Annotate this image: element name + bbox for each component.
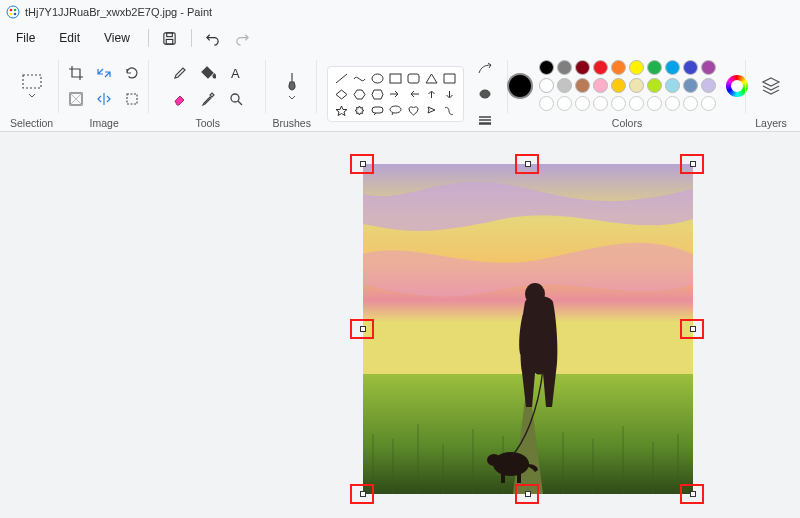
- svg-rect-8: [23, 75, 41, 88]
- group-image: Image: [59, 52, 149, 131]
- custom-color-slot[interactable]: [539, 96, 554, 111]
- color-swatch[interactable]: [593, 78, 608, 93]
- magnifier-tool[interactable]: [223, 87, 249, 111]
- group-label-image: Image: [90, 117, 119, 129]
- selection-tool[interactable]: [13, 60, 51, 112]
- annotation-box: [350, 154, 374, 174]
- annotation-box: [515, 154, 539, 174]
- canvas-image[interactable]: [363, 164, 693, 494]
- svg-rect-14: [390, 74, 401, 83]
- svg-point-2: [14, 9, 17, 12]
- window-title-sep: -: [177, 6, 187, 18]
- custom-color-slot[interactable]: [701, 96, 716, 111]
- custom-color-slot[interactable]: [575, 96, 590, 111]
- svg-point-3: [10, 13, 13, 16]
- color-picker-tool[interactable]: [195, 87, 221, 111]
- color-swatch[interactable]: [665, 78, 680, 93]
- svg-point-4: [14, 13, 17, 16]
- annotation-box: [680, 319, 704, 339]
- color-swatch[interactable]: [629, 78, 644, 93]
- menu-bar: File Edit View: [0, 24, 800, 52]
- shapes-gallery[interactable]: [327, 66, 464, 122]
- brushes-button[interactable]: [273, 60, 311, 112]
- rotate-tool[interactable]: [119, 61, 145, 85]
- color-swatch[interactable]: [665, 60, 680, 75]
- color-swatch[interactable]: [557, 78, 572, 93]
- annotation-box: [680, 154, 704, 174]
- svg-point-18: [480, 90, 490, 98]
- color-swatch[interactable]: [611, 78, 626, 93]
- color-swatch[interactable]: [575, 78, 590, 93]
- group-selection: Selection: [4, 52, 59, 131]
- menu-edit[interactable]: Edit: [49, 28, 90, 48]
- svg-rect-16: [372, 107, 383, 113]
- layers-button[interactable]: [752, 60, 790, 112]
- shape-width-button[interactable]: [472, 108, 498, 132]
- flip-tool[interactable]: [91, 87, 117, 111]
- annotation-box: [515, 484, 539, 504]
- text-tool[interactable]: A: [223, 61, 249, 85]
- svg-point-13: [372, 74, 383, 83]
- group-tools: A Tools: [149, 52, 266, 131]
- fill-tool[interactable]: [195, 61, 221, 85]
- color-swatch[interactable]: [611, 60, 626, 75]
- svg-rect-10: [127, 94, 137, 104]
- save-button[interactable]: [157, 26, 183, 50]
- shape-outline-button[interactable]: [472, 56, 498, 80]
- svg-point-1: [10, 9, 13, 12]
- group-layers: Layers: [746, 52, 796, 131]
- color-swatch[interactable]: [539, 78, 554, 93]
- color-swatch[interactable]: [539, 60, 554, 75]
- group-label-colors: Colors: [612, 117, 642, 129]
- svg-point-17: [390, 106, 401, 113]
- custom-color-slot[interactable]: [647, 96, 662, 111]
- resize-tool[interactable]: [91, 61, 117, 85]
- color-swatch[interactable]: [683, 78, 698, 93]
- crop-tool[interactable]: [63, 61, 89, 85]
- pencil-tool[interactable]: [167, 61, 193, 85]
- custom-color-slot[interactable]: [611, 96, 626, 111]
- skew-tool[interactable]: [119, 87, 145, 111]
- custom-color-slot[interactable]: [557, 96, 572, 111]
- custom-color-slot[interactable]: [593, 96, 608, 111]
- svg-rect-5: [164, 32, 175, 43]
- group-brushes: Brushes: [266, 52, 317, 131]
- svg-text:A: A: [231, 66, 240, 81]
- menu-divider-2: [191, 29, 192, 47]
- color-swatch[interactable]: [629, 60, 644, 75]
- undo-button[interactable]: [200, 26, 226, 50]
- custom-color-slot[interactable]: [683, 96, 698, 111]
- canvas-area[interactable]: [0, 132, 800, 518]
- annotation-box: [680, 484, 704, 504]
- svg-rect-25: [517, 469, 521, 483]
- color-swatch[interactable]: [593, 60, 608, 75]
- edit-colors-button[interactable]: [726, 75, 748, 97]
- menu-divider: [148, 29, 149, 47]
- color-swatch[interactable]: [575, 60, 590, 75]
- annotation-box: [350, 484, 374, 504]
- image-remove-bg[interactable]: [63, 87, 89, 111]
- current-color-swatch[interactable]: [507, 73, 533, 99]
- group-label-selection: Selection: [10, 117, 53, 129]
- custom-color-slot[interactable]: [665, 96, 680, 111]
- svg-rect-7: [167, 39, 174, 44]
- color-swatch[interactable]: [701, 78, 716, 93]
- group-label-layers: Layers: [755, 117, 787, 129]
- group-label-tools: Tools: [195, 117, 220, 129]
- color-swatch[interactable]: [647, 78, 662, 93]
- svg-rect-6: [167, 32, 173, 36]
- custom-color-slot[interactable]: [629, 96, 644, 111]
- color-swatch[interactable]: [647, 60, 662, 75]
- redo-button[interactable]: [230, 26, 256, 50]
- titlebar: tHj7Y1JJRuaBr_xwxb2E7Q.jpg - Paint: [0, 0, 800, 24]
- color-palette: [539, 60, 716, 111]
- window-title-app: Paint: [187, 6, 212, 18]
- color-swatch[interactable]: [683, 60, 698, 75]
- color-swatch[interactable]: [701, 60, 716, 75]
- menu-file[interactable]: File: [6, 28, 45, 48]
- menu-view[interactable]: View: [94, 28, 140, 48]
- shape-fill-button[interactable]: [472, 82, 498, 106]
- color-swatch[interactable]: [557, 60, 572, 75]
- svg-rect-15: [408, 74, 419, 83]
- eraser-tool[interactable]: [167, 87, 193, 111]
